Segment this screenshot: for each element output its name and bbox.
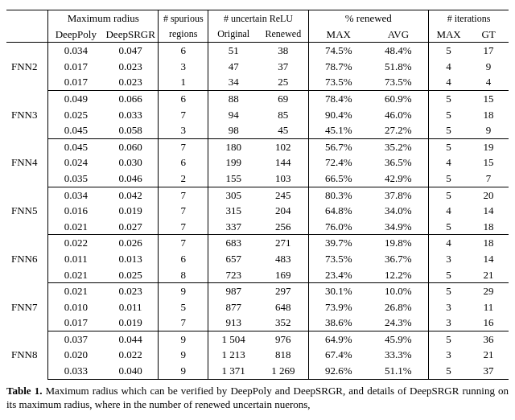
cell-pmax: 90.4% [308,107,369,123]
cell-spurious: 7 [159,219,208,235]
cell-spurious: 9 [159,331,208,347]
cell-gt: 18 [468,219,509,235]
table-row: 0.0170.0231342573.5%73.5%44 [6,74,509,90]
block-label: FNN8 [6,331,48,379]
cell-pmax: 78.4% [308,90,369,106]
table-row: FNN40.0450.060718010256.7%35.2%519 [6,138,509,154]
cell-imax: 4 [428,59,468,75]
cell-pavg: 51.8% [369,59,429,75]
cell-deepsrgr: 0.066 [103,90,158,106]
cell-orig: 315 [208,203,258,219]
cell-spurious: 9 [159,363,208,379]
cell-pmax: 73.9% [308,299,369,315]
cell-renew: 103 [258,171,308,187]
cell-orig: 1 371 [208,363,258,379]
cell-deepsrgr: 0.023 [103,59,158,75]
cell-spurious: 7 [159,187,208,203]
hdr-pavg: AVG [369,27,429,43]
cell-imax: 5 [428,187,468,203]
cell-gt: 18 [468,235,509,251]
cell-deepsrgr: 0.019 [103,203,158,219]
cell-orig: 199 [208,154,258,171]
cell-deeppoly: 0.010 [48,299,103,315]
cell-spurious: 3 [159,122,208,138]
hdr-regions: regions [159,27,208,43]
cell-gt: 9 [468,59,509,75]
cell-orig: 913 [208,315,258,331]
cell-orig: 337 [208,219,258,235]
cell-deepsrgr: 0.023 [103,283,158,299]
hdr-pmax: MAX [308,27,369,43]
cell-spurious: 7 [159,235,208,251]
cell-deeppoly: 0.021 [48,219,103,235]
cell-orig: 47 [208,59,258,75]
table-row: 0.0210.025872316923.4%12.2%521 [6,267,509,283]
cell-renew: 102 [258,138,308,154]
cell-orig: 987 [208,283,258,299]
cell-pmax: 23.4% [308,267,369,283]
cell-imax: 5 [428,122,468,138]
cell-orig: 877 [208,299,258,315]
cell-spurious: 6 [159,251,208,267]
table-row: 0.0170.019791335238.6%24.3%316 [6,315,509,331]
cell-renew: 352 [258,315,308,331]
cell-renew: 483 [258,251,308,267]
cell-deepsrgr: 0.027 [103,219,158,235]
table-row: 0.0350.046215510366.5%42.9%57 [6,171,509,187]
cell-deepsrgr: 0.042 [103,187,158,203]
table-row: 0.0450.0583984545.1%27.2%59 [6,122,509,138]
cell-renew: 648 [258,299,308,315]
cell-pmax: 76.0% [308,219,369,235]
cell-deeppoly: 0.049 [48,90,103,106]
cell-deeppoly: 0.017 [48,315,103,331]
cell-gt: 19 [468,138,509,154]
cell-renew: 1 269 [258,363,308,379]
cell-pavg: 26.8% [369,299,429,315]
cell-imax: 5 [428,219,468,235]
cell-imax: 4 [428,203,468,219]
table-row: 0.0240.030619914472.4%36.5%415 [6,154,509,171]
hdr-imax: MAX [428,27,468,43]
cell-deeppoly: 0.045 [48,122,103,138]
cell-gt: 21 [468,267,509,283]
cell-pmax: 45.1% [308,122,369,138]
hdr-renewed-sub: Renewed [258,27,308,43]
cell-spurious: 7 [159,203,208,219]
cell-pavg: 48.4% [369,43,429,59]
cell-imax: 4 [428,154,468,171]
cell-deepsrgr: 0.046 [103,171,158,187]
table-row: FNN80.0370.04491 50497664.9%45.9%536 [6,331,509,347]
cell-spurious: 7 [159,138,208,154]
cell-imax: 5 [428,138,468,154]
cell-orig: 88 [208,90,258,106]
cell-gt: 14 [468,203,509,219]
table-row: FNN60.0220.026768327139.7%19.8%418 [6,235,509,251]
cell-deeppoly: 0.033 [48,363,103,379]
cell-imax: 3 [428,251,468,267]
table-row: 0.0250.0337948590.4%46.0%518 [6,107,509,123]
cell-pavg: 24.3% [369,315,429,331]
cell-renew: 169 [258,267,308,283]
cell-gt: 18 [468,107,509,123]
cell-pavg: 45.9% [369,331,429,347]
cell-pavg: 33.3% [369,347,429,363]
cell-pavg: 12.2% [369,267,429,283]
cell-orig: 683 [208,235,258,251]
cell-renew: 245 [258,187,308,203]
cell-spurious: 1 [159,74,208,90]
cell-pavg: 35.2% [369,138,429,154]
cell-gt: 36 [468,331,509,347]
cell-renew: 38 [258,43,308,59]
cell-deeppoly: 0.037 [48,331,103,347]
cell-pmax: 67.4% [308,347,369,363]
cell-renew: 69 [258,90,308,106]
cell-pavg: 46.0% [369,107,429,123]
cell-renew: 297 [258,283,308,299]
cell-orig: 1 213 [208,347,258,363]
cell-orig: 1 504 [208,331,258,347]
cell-orig: 51 [208,43,258,59]
hdr-deepsrgr: DeepSRGR [103,27,158,43]
table-row: FNN30.0490.0666886978.4%60.9%515 [6,90,509,106]
cell-imax: 4 [428,235,468,251]
cell-deepsrgr: 0.025 [103,267,158,283]
